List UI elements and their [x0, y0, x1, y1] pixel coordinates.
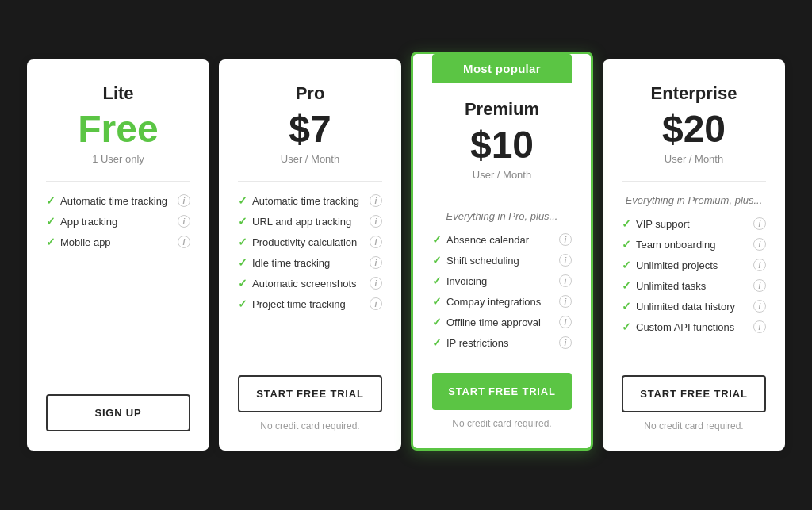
info-icon[interactable]: i — [753, 238, 766, 251]
info-icon[interactable]: i — [178, 215, 190, 228]
cta-button-premium[interactable]: START FREE TRIAL — [432, 373, 572, 410]
check-icon: ✓ — [622, 238, 631, 251]
cta-button-pro[interactable]: START FREE TRIAL — [238, 375, 382, 412]
info-icon[interactable]: i — [178, 236, 190, 248]
check-icon: ✓ — [432, 233, 442, 246]
info-icon[interactable]: i — [753, 279, 766, 292]
feature-item: ✓ Shift scheduling i — [432, 254, 572, 267]
feature-label: Unlimited data history — [636, 301, 735, 313]
feature-label: Automatic time tracking — [60, 195, 167, 207]
feature-item: ✓ App tracking i — [46, 215, 190, 228]
feature-label: Unlimited projects — [636, 259, 718, 271]
feature-label: URL and app tracking — [252, 216, 351, 228]
plan-billing-lite: 1 User only — [92, 153, 144, 165]
info-icon[interactable]: i — [370, 194, 382, 207]
feature-item: ✓ Custom API functions i — [622, 320, 766, 333]
info-icon[interactable]: i — [559, 233, 572, 246]
check-icon: ✓ — [238, 297, 247, 310]
info-icon[interactable]: i — [559, 274, 572, 287]
info-icon[interactable]: i — [559, 254, 572, 267]
plan-name-lite: Lite — [102, 83, 133, 104]
check-icon: ✓ — [432, 274, 442, 287]
feature-item: ✓ Automatic time tracking i — [238, 194, 382, 207]
info-icon[interactable]: i — [370, 215, 382, 228]
info-icon[interactable]: i — [753, 259, 766, 271]
feature-item: ✓ Project time tracking i — [238, 297, 382, 310]
no-cc-enterprise: No credit card required. — [644, 420, 743, 431]
feature-label: Unlimited tasks — [636, 280, 706, 292]
feature-label: Compay integrations — [446, 296, 541, 308]
feature-item: ✓ Automatic time tracking i — [46, 194, 190, 207]
info-icon[interactable]: i — [370, 277, 382, 290]
check-icon: ✓ — [622, 217, 631, 230]
feature-item: ✓ Mobile app i — [46, 236, 190, 248]
plan-name-pro: Pro — [296, 83, 325, 104]
most-popular-badge: Most popular — [432, 54, 572, 83]
info-icon[interactable]: i — [178, 194, 190, 207]
check-icon: ✓ — [238, 236, 247, 248]
divider-pro — [238, 181, 382, 182]
feature-item: ✓ URL and app tracking i — [238, 215, 382, 228]
info-icon[interactable]: i — [753, 300, 766, 313]
plan-card-lite: LiteFree1 User only ✓ Automatic time tra… — [27, 59, 209, 451]
no-cc-pro: No credit card required. — [260, 420, 359, 431]
feature-item: ✓ Productivity calculation i — [238, 236, 382, 248]
check-icon: ✓ — [432, 316, 442, 328]
plan-price-pro: $7 — [289, 109, 331, 151]
check-icon: ✓ — [238, 194, 247, 207]
info-icon[interactable]: i — [370, 297, 382, 310]
check-icon: ✓ — [622, 320, 631, 333]
check-icon: ✓ — [622, 279, 631, 292]
check-icon: ✓ — [46, 215, 56, 228]
check-icon: ✓ — [432, 295, 442, 308]
check-icon: ✓ — [238, 215, 247, 228]
feature-item: ✓ Unlimited data history i — [622, 300, 766, 313]
info-icon[interactable]: i — [559, 316, 572, 328]
plan-name-premium: Premium — [465, 99, 539, 120]
check-icon: ✓ — [622, 300, 631, 313]
feature-item: ✓ Team onboarding i — [622, 238, 766, 251]
info-icon[interactable]: i — [559, 295, 572, 308]
plan-billing-premium: User / Month — [473, 169, 531, 181]
feature-label: Automatic time tracking — [252, 195, 359, 207]
feature-item: ✓ IP restrictions i — [432, 336, 572, 349]
info-icon[interactable]: i — [370, 236, 382, 248]
feature-item: ✓ Unlimited projects i — [622, 259, 766, 271]
features-list-pro: ✓ Automatic time tracking i ✓ URL and ap… — [238, 194, 382, 359]
feature-item: ✓ Absence calendar i — [432, 233, 572, 246]
feature-label: Team onboarding — [636, 239, 715, 251]
plan-description-premium: Everything in Pro, plus... — [446, 210, 558, 222]
info-icon[interactable]: i — [753, 217, 766, 230]
check-icon: ✓ — [622, 259, 631, 271]
check-icon: ✓ — [238, 277, 247, 290]
feature-label: Offline time approval — [446, 316, 541, 328]
check-icon: ✓ — [432, 336, 442, 349]
feature-label: App tracking — [60, 216, 117, 228]
info-icon[interactable]: i — [753, 320, 766, 333]
info-icon[interactable]: i — [370, 256, 382, 269]
cta-button-enterprise[interactable]: START FREE TRIAL — [622, 375, 766, 412]
feature-item: ✓ VIP support i — [622, 217, 766, 230]
feature-label: Custom API functions — [636, 321, 734, 333]
cta-button-lite[interactable]: SIGN UP — [46, 394, 190, 431]
feature-label: Mobile app — [60, 236, 111, 248]
features-list-lite: ✓ Automatic time tracking i ✓ App tracki… — [46, 194, 190, 378]
features-list-premium: ✓ Absence calendar i ✓ Shift scheduling … — [432, 233, 572, 357]
check-icon: ✓ — [46, 236, 56, 248]
check-icon: ✓ — [238, 256, 247, 269]
plan-card-premium: Most popularPremium$10User / MonthEveryt… — [411, 52, 593, 451]
divider-premium — [432, 197, 572, 197]
info-icon[interactable]: i — [559, 336, 572, 349]
check-icon: ✓ — [432, 254, 442, 267]
plan-card-enterprise: Enterprise$20User / MonthEverything in P… — [603, 59, 785, 451]
feature-item: ✓ Invoicing i — [432, 274, 572, 287]
plan-price-enterprise: $20 — [662, 109, 726, 151]
divider-enterprise — [622, 181, 766, 182]
plan-card-pro: Pro$7User / Month ✓ Automatic time track… — [219, 59, 401, 451]
divider-lite — [46, 181, 190, 182]
plan-description-enterprise: Everything in Premium, plus... — [626, 194, 763, 206]
feature-label: IP restrictions — [446, 337, 509, 349]
feature-label: Shift scheduling — [446, 255, 519, 267]
feature-item: ✓ Automatic screenshots i — [238, 277, 382, 290]
pricing-container: LiteFree1 User only ✓ Automatic time tra… — [6, 36, 806, 475]
